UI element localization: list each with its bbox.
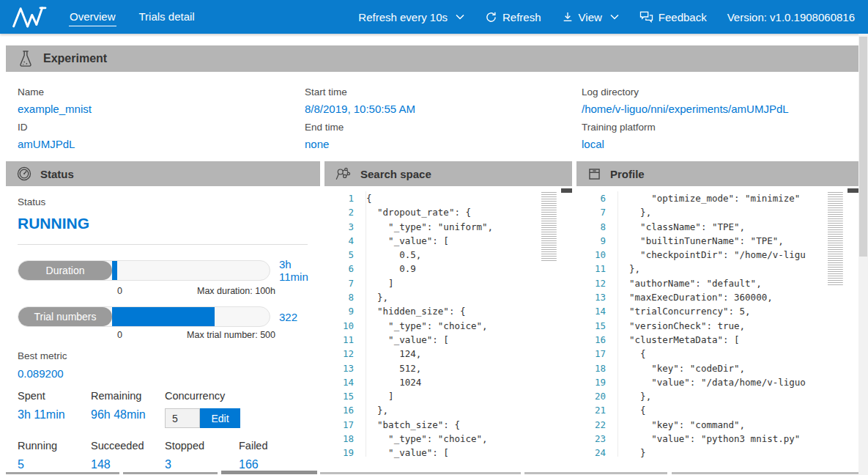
line-text: 1024 bbox=[354, 375, 421, 389]
time-stats-row: Spent 3h 11min Remaining 96h 48min Concu… bbox=[18, 390, 308, 428]
code-line: 9 "hidden_size": { bbox=[324, 304, 572, 318]
minimap[interactable] bbox=[541, 192, 560, 262]
code-line: 6 "optimize_mode": "minimize" bbox=[576, 191, 858, 205]
experiment-col-2: Start time 8/8/2019, 10:50:55 AM End tim… bbox=[305, 86, 582, 157]
feedback-chat-icon bbox=[639, 11, 653, 23]
line-number: 1 bbox=[324, 191, 354, 205]
line-number: 2 bbox=[324, 205, 354, 219]
stat-concurrency: Concurrency Edit bbox=[165, 390, 308, 428]
line-text: 0.9 bbox=[354, 262, 416, 276]
line-text: }, bbox=[354, 403, 388, 417]
line-number: 3 bbox=[324, 220, 354, 234]
line-text: "value": "/data/home/v-liguo bbox=[606, 375, 806, 389]
stat-label: Succeeded bbox=[91, 440, 165, 452]
refresh-button[interactable]: Refresh bbox=[485, 11, 541, 23]
code-line: 20 }, bbox=[576, 389, 858, 403]
version-text: Version: v1.0.1908060816 bbox=[727, 11, 855, 23]
line-number: 14 bbox=[324, 375, 354, 389]
search-space-graph-icon bbox=[335, 166, 352, 182]
page-scrollbar-thumb[interactable] bbox=[859, 37, 867, 257]
page-scrollbar[interactable] bbox=[858, 34, 868, 475]
line-text: "optimize_mode": "minimize" bbox=[606, 191, 800, 205]
line-text: "className": "TPE", bbox=[606, 220, 745, 234]
nni-logo-icon bbox=[12, 5, 50, 29]
line-number: 10 bbox=[324, 319, 354, 333]
line-text: 512, bbox=[354, 361, 421, 375]
line-number: 4 bbox=[324, 234, 354, 248]
refresh-interval-dropdown[interactable]: Refresh every 10s bbox=[358, 11, 464, 23]
refresh-label: Refresh bbox=[502, 11, 541, 23]
trial-numbers-axis: 0 Max trial number: 500 bbox=[117, 330, 275, 340]
duration-axis-max: Max duration: 100h bbox=[197, 286, 275, 296]
line-text: } bbox=[606, 446, 646, 460]
tab-trials-detail[interactable]: Trials detail bbox=[138, 7, 196, 26]
line-text: "_type": "choice", bbox=[354, 432, 488, 446]
line-number: 15 bbox=[576, 319, 606, 333]
line-number: 13 bbox=[324, 361, 354, 375]
feedback-link[interactable]: Feedback bbox=[639, 11, 707, 23]
line-number: 8 bbox=[324, 290, 354, 304]
code-line: 13 512, bbox=[324, 361, 572, 375]
tab-overview[interactable]: Overview bbox=[69, 7, 116, 26]
search-space-editor[interactable]: 1{2 "dropout_rate": {3 "_type": "uniform… bbox=[324, 186, 572, 471]
trial-numbers-value: 322 bbox=[279, 311, 297, 323]
field-value: none bbox=[305, 138, 582, 150]
line-text: "_value": [ bbox=[354, 333, 449, 347]
top-navbar: Overview Trials detail Refresh every 10s… bbox=[0, 0, 868, 34]
line-text: "builtinTunerName": "TPE", bbox=[606, 234, 784, 248]
field-label: ID bbox=[18, 122, 305, 133]
indent-guide bbox=[366, 191, 366, 457]
code-line: 10 "checkpointDir": "/home/v-ligu bbox=[576, 248, 858, 262]
line-text: "maxExecDuration": 360000, bbox=[606, 290, 773, 304]
line-text: "checkpointDir": "/home/v-ligu bbox=[606, 248, 806, 262]
code-line: 16 }, bbox=[324, 403, 572, 417]
code-line: 15 "versionCheck": true, bbox=[576, 319, 858, 333]
line-text: }, bbox=[606, 205, 651, 219]
divider bbox=[18, 244, 308, 245]
best-metric: Best metric 0.089200 bbox=[18, 350, 308, 380]
profile-panel: Profile 6 "optimize_mode": "minimize"7 }… bbox=[576, 161, 858, 471]
line-text: "clusterMetaData": [ bbox=[606, 333, 740, 347]
line-number: 19 bbox=[576, 375, 606, 389]
field-start-time: Start time 8/8/2019, 10:50:55 AM bbox=[305, 86, 582, 115]
code-line: 4 "_value": [ bbox=[324, 234, 572, 248]
stat-value: 3h 11min bbox=[18, 408, 91, 421]
trial-axis-min: 0 bbox=[117, 330, 122, 340]
line-number: 14 bbox=[576, 304, 606, 318]
code-line: 17 "batch_size": { bbox=[324, 418, 572, 432]
edit-button[interactable]: Edit bbox=[200, 408, 240, 428]
line-number: 18 bbox=[324, 432, 354, 446]
profile-archive-icon bbox=[587, 166, 602, 182]
stat-failed: Failed 166 bbox=[239, 440, 308, 471]
field-value: amUMJPdL bbox=[18, 138, 305, 150]
minimap[interactable] bbox=[828, 192, 847, 286]
concurrency-input[interactable] bbox=[165, 408, 200, 428]
search-space-panel-body: 1{2 "dropout_rate": {3 "_type": "uniform… bbox=[324, 186, 572, 471]
download-icon bbox=[562, 11, 574, 23]
stat-running: Running 5 bbox=[18, 440, 91, 471]
view-dropdown[interactable]: View bbox=[562, 11, 619, 23]
line-text: "key": "codeDir", bbox=[606, 361, 745, 375]
profile-editor[interactable]: 6 "optimize_mode": "minimize"7 },8 "clas… bbox=[576, 186, 858, 471]
line-number: 11 bbox=[324, 333, 354, 347]
duration-axis: 0 Max duration: 100h bbox=[117, 286, 275, 296]
duration-bar-track: Duration bbox=[18, 260, 270, 281]
code-line: 1{ bbox=[324, 191, 572, 205]
field-label: End time bbox=[305, 122, 582, 133]
editor-scrollbar-thumb[interactable] bbox=[847, 188, 858, 193]
nav-tabs: Overview Trials detail bbox=[69, 7, 196, 26]
line-text: "key": "command", bbox=[606, 418, 745, 432]
stat-label: Stopped bbox=[165, 440, 239, 452]
line-number: 6 bbox=[576, 191, 606, 205]
status-label: Status bbox=[18, 196, 308, 207]
line-text: "_type": "choice", bbox=[354, 319, 488, 333]
editor-scrollbar-thumb[interactable] bbox=[561, 188, 572, 193]
line-text: 124, bbox=[354, 347, 421, 361]
bottom-strip-segment bbox=[524, 472, 667, 474]
line-number: 9 bbox=[324, 304, 354, 318]
code-line: 12 124, bbox=[324, 347, 572, 361]
line-number: 8 bbox=[576, 220, 606, 234]
field-label: Start time bbox=[305, 86, 582, 97]
experiment-header: Experiment bbox=[6, 45, 858, 72]
line-number: 15 bbox=[324, 389, 354, 403]
